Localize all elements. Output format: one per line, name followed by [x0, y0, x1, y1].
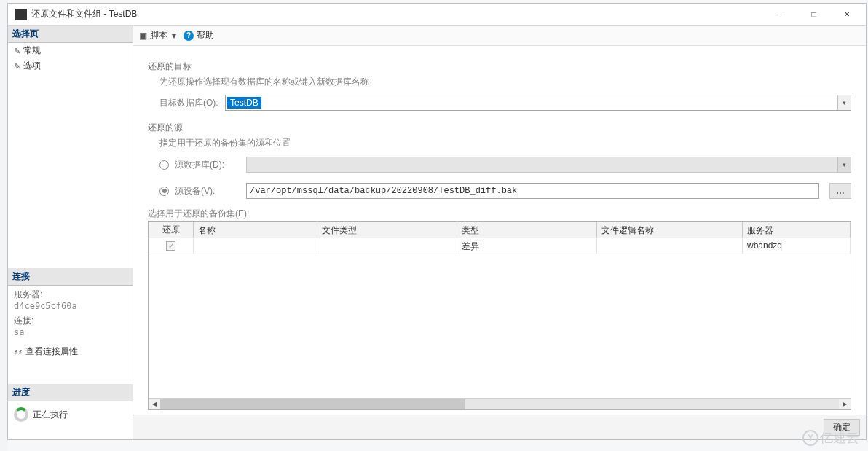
cell-server: wbandzq — [743, 238, 851, 254]
connection-info: 服务器: d4ce9c5cf60a 连接: sa — [8, 286, 133, 341]
sidebar-item-general[interactable]: 常规 — [8, 43, 133, 58]
backupset-grid[interactable]: 还原 名称 文件类型 类型 文件逻辑名称 服务器 ✓ 差异 — [148, 221, 851, 410]
pen-icon — [14, 46, 20, 56]
backupset-label: 选择用于还原的备份集(E): — [148, 202, 851, 221]
sidebar: 选择页 常规 选项 连接 服务器: d4ce9c5cf60a 连接: sa 查看… — [8, 26, 133, 439]
minimize-button[interactable]: ― — [765, 4, 797, 25]
source-title: 还原的源 — [148, 122, 851, 134]
toolbar: ▣ 脚本 ? 帮助 — [133, 26, 866, 46]
select-page-header: 选择页 — [8, 26, 133, 43]
progress-status: 正在执行 — [8, 401, 133, 428]
server-label: 服务器: — [14, 289, 127, 300]
table-row[interactable]: ✓ 差异 wbandzq — [149, 238, 851, 254]
close-button[interactable]: ✕ — [830, 4, 863, 25]
cell-filetype — [317, 238, 457, 254]
titlebar[interactable]: 还原文件和文件组 - TestDB ― □ ✕ — [8, 4, 866, 26]
conn-value: sa — [14, 326, 127, 338]
scroll-left-icon[interactable]: ◀ — [149, 399, 160, 409]
browse-button[interactable]: … — [829, 183, 851, 199]
source-db-combobox: ▾ — [246, 157, 851, 173]
pen-icon — [14, 61, 20, 71]
ok-button[interactable]: 确定 — [824, 419, 860, 436]
cell-type: 差异 — [457, 238, 597, 254]
target-db-label: 目标数据库(O): — [159, 97, 225, 109]
dest-subtitle: 为还原操作选择现有数据库的名称或键入新数据库名称 — [148, 73, 851, 93]
cell-name — [194, 238, 317, 254]
col-name[interactable]: 名称 — [194, 222, 317, 238]
script-icon: ▣ — [139, 31, 147, 41]
col-type[interactable]: 类型 — [457, 222, 597, 238]
chevron-down-icon[interactable] — [170, 31, 176, 41]
view-connection-link[interactable]: 查看连接属性 — [8, 341, 133, 362]
target-db-combobox[interactable]: TestDB ▾ — [225, 95, 851, 111]
connection-header: 连接 — [8, 268, 133, 286]
help-icon: ? — [184, 31, 194, 41]
chevron-down-icon: ▾ — [837, 157, 851, 172]
grid-header: 还原 名称 文件类型 类型 文件逻辑名称 服务器 — [149, 222, 851, 238]
properties-icon — [14, 347, 23, 357]
horizontal-scrollbar[interactable]: ◀ ▶ — [149, 398, 851, 409]
window-title: 还原文件和文件组 - TestDB — [31, 8, 765, 20]
dialog-window: 还原文件和文件组 - TestDB ― □ ✕ 选择页 常规 选项 连接 服务器… — [7, 3, 867, 440]
view-connection-label: 查看连接属性 — [25, 345, 78, 358]
source-device-label: 源设备(V): — [175, 185, 240, 197]
maximize-button[interactable]: □ — [797, 4, 830, 25]
sidebar-item-options[interactable]: 选项 — [8, 58, 133, 74]
sidebar-item-label: 选项 — [23, 60, 41, 72]
spinner-icon — [14, 407, 28, 422]
source-db-label: 源数据库(D): — [175, 159, 240, 171]
sidebar-item-label: 常规 — [23, 44, 41, 57]
col-server[interactable]: 服务器 — [743, 222, 851, 238]
restore-checkbox[interactable]: ✓ — [166, 241, 175, 251]
conn-label: 连接: — [14, 315, 127, 326]
col-logical[interactable]: 文件逻辑名称 — [597, 222, 743, 238]
target-db-value: TestDB — [227, 97, 261, 109]
help-label: 帮助 — [197, 29, 214, 42]
scroll-right-icon[interactable]: ▶ — [839, 399, 851, 409]
source-device-input[interactable] — [246, 183, 819, 199]
col-restore[interactable]: 还原 — [149, 222, 194, 238]
cell-logical — [597, 238, 743, 254]
scroll-thumb[interactable] — [160, 399, 465, 409]
dialog-button-bar: 确定 — [133, 415, 866, 439]
script-label: 脚本 — [150, 29, 167, 42]
script-button[interactable]: ▣ 脚本 — [139, 29, 176, 42]
col-filetype[interactable]: 文件类型 — [317, 222, 457, 238]
progress-header: 进度 — [8, 384, 133, 401]
main-area: ▣ 脚本 ? 帮助 还原的目标 为还原操作选择现有数据库的名称或键入新数据库名称… — [133, 26, 866, 439]
source-db-radio[interactable] — [159, 160, 169, 170]
help-button[interactable]: ? 帮助 — [184, 29, 214, 42]
app-icon — [15, 9, 27, 20]
server-value: d4ce9c5cf60a — [14, 300, 127, 312]
source-device-radio[interactable] — [159, 187, 169, 196]
source-subtitle: 指定用于还原的备份集的源和位置 — [148, 134, 851, 154]
progress-text: 正在执行 — [33, 409, 68, 421]
chevron-down-icon[interactable]: ▾ — [837, 95, 851, 110]
dest-title: 还原的目标 — [148, 60, 851, 73]
